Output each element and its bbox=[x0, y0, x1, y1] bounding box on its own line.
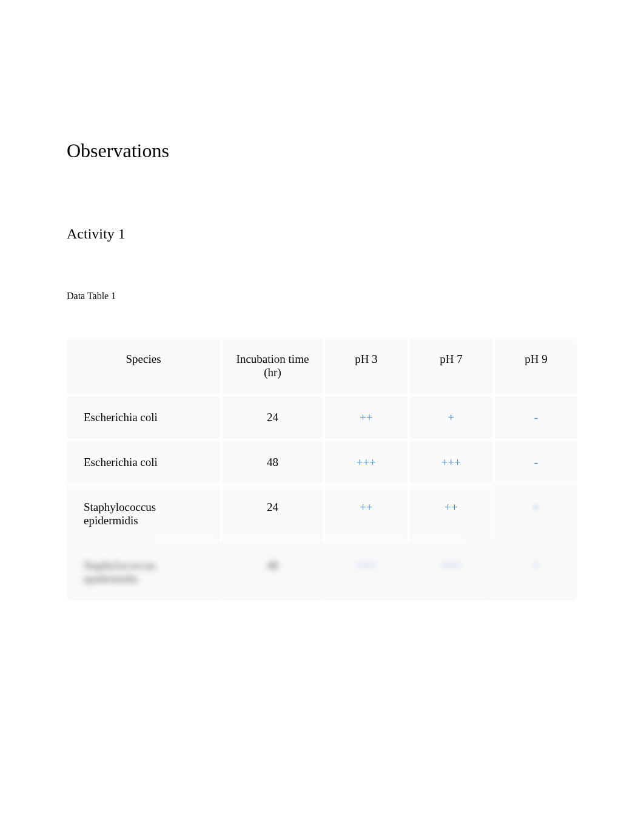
data-table: Species Incubation time (hr) pH 3 pH 7 p… bbox=[67, 338, 577, 600]
table-row: Escherichia coli 24 ++ + - bbox=[67, 394, 577, 439]
header-species: Species bbox=[67, 338, 220, 394]
cell-ph3: +++ bbox=[323, 542, 408, 600]
cell-ph9: + bbox=[492, 542, 577, 600]
cell-incubation: 24 bbox=[220, 394, 323, 439]
cell-species: Staphylococcus epidermidis bbox=[67, 484, 220, 542]
cell-incubation: 24 bbox=[220, 484, 323, 542]
table-row: Staphylococcus epidermidis 24 ++ ++ + bbox=[67, 484, 577, 542]
cell-ph7: ++ bbox=[408, 484, 492, 542]
cell-incubation: 48 bbox=[220, 542, 323, 600]
cell-species: Staphylococcus epidermidis bbox=[67, 542, 220, 600]
header-ph9: pH 9 bbox=[492, 338, 577, 394]
activity-heading: Activity 1 bbox=[67, 226, 577, 242]
cell-ph7: + bbox=[408, 394, 492, 439]
cell-species: Escherichia coli bbox=[67, 394, 220, 439]
table-caption: Data Table 1 bbox=[67, 291, 577, 302]
table-row: Escherichia coli 48 +++ +++ - bbox=[67, 439, 577, 484]
cell-ph7: +++ bbox=[408, 542, 492, 600]
table-header-row: Species Incubation time (hr) pH 3 pH 7 p… bbox=[67, 338, 577, 394]
cell-ph9: - bbox=[492, 439, 577, 484]
cell-species: Escherichia coli bbox=[67, 439, 220, 484]
cell-ph3: +++ bbox=[323, 439, 408, 484]
cell-ph3: ++ bbox=[323, 394, 408, 439]
cell-ph9: - bbox=[492, 394, 577, 439]
header-ph3: pH 3 bbox=[323, 338, 408, 394]
header-ph7: pH 7 bbox=[408, 338, 492, 394]
table-row: Staphylococcus epidermidis 48 +++ +++ + bbox=[67, 542, 577, 600]
cell-incubation: 48 bbox=[220, 439, 323, 484]
cell-ph3: ++ bbox=[323, 484, 408, 542]
header-incubation: Incubation time (hr) bbox=[220, 338, 323, 394]
cell-ph7: +++ bbox=[408, 439, 492, 484]
section-heading: Observations bbox=[67, 140, 577, 162]
cell-ph9: + bbox=[492, 484, 577, 542]
